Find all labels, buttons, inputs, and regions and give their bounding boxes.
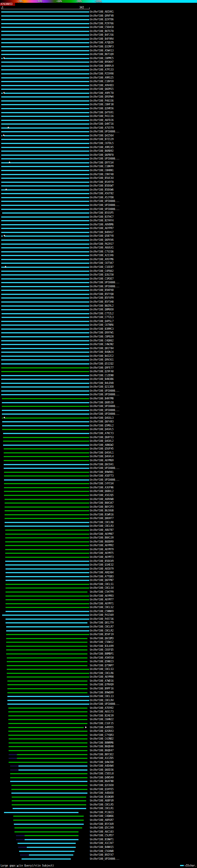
hit-label[interactable]: UniRef100_C5GHW8 <box>90 850 113 853</box>
hit-bar[interactable] <box>5 541 89 542</box>
hit-bar[interactable] <box>1 155 89 156</box>
hit-label[interactable]: UniRef100_Q6BSI8 <box>90 401 113 404</box>
hit-bar[interactable] <box>14 827 83 829</box>
hit-label[interactable]: UniRef100_C8CLS1 <box>90 583 113 586</box>
hit-label[interactable]: UniRef100_A7KCY3 <box>90 432 113 435</box>
hit-bar[interactable] <box>2 317 89 318</box>
hit-bar[interactable] <box>25 839 78 840</box>
hit-label[interactable]: UniRef100_Q4WJD0 <box>90 761 113 764</box>
hit-label[interactable]: UniRef100_Q51IQ2 <box>90 363 113 366</box>
hit-label[interactable]: UniRef100_Q4GVL1 <box>90 452 113 455</box>
hit-label[interactable]: UniRef100_C5DW12 <box>90 641 113 644</box>
hit-label[interactable]: UniRef100_B5DGW6 <box>90 188 113 191</box>
hit-bar[interactable] <box>1 244 89 245</box>
hit-bar[interactable] <box>5 545 89 546</box>
hit-label[interactable]: UniRef100_Q4GVL5 <box>90 428 113 431</box>
hit-label[interactable]: UniRef100_B0Y3E2 <box>90 753 113 756</box>
hit-label[interactable]: UniRef100_B5VF19 <box>90 633 113 636</box>
hit-bar[interactable] <box>1 127 89 129</box>
hit-label[interactable]: UniRef100_C6HN22 <box>90 718 113 721</box>
hit-bar[interactable] <box>9 750 88 751</box>
hit-label[interactable]: UniRef100_B2YHY4 <box>90 219 113 222</box>
hit-label[interactable]: UniRef100_Q2C6E0 <box>90 784 113 787</box>
hit-label[interactable]: UniRef100_P62917 <box>90 243 113 246</box>
hit-label[interactable]: UniRef100_B0Z9L2 <box>90 305 113 308</box>
hit-bar[interactable] <box>1 220 89 221</box>
hit-label[interactable]: UniRef100_B5F5H0 <box>90 301 113 304</box>
hit-bar[interactable] <box>4 483 89 484</box>
hit-bar[interactable] <box>7 657 88 659</box>
hit-label[interactable]: UniRef100_Q0UVF7 <box>90 517 113 520</box>
hit-bar[interactable] <box>1 232 89 233</box>
hit-bar[interactable] <box>1 58 3 59</box>
hit-bar[interactable] <box>5 611 89 612</box>
hit-bar[interactable] <box>1 178 89 179</box>
hit-bar[interactable] <box>1 193 89 194</box>
hit-bar[interactable] <box>18 847 27 848</box>
hit-bar[interactable] <box>5 576 89 577</box>
hit-label[interactable]: UniRef100_A6YM92 <box>90 544 113 547</box>
hit-bar[interactable] <box>1 96 89 98</box>
hit-bar[interactable] <box>9 746 88 747</box>
hit-bar[interactable] <box>6 642 88 643</box>
hit-bar[interactable] <box>5 553 89 554</box>
hit-label[interactable]: UniRef100_Q5N823 <box>90 660 113 663</box>
hit-bar[interactable] <box>1 123 89 125</box>
hit-label[interactable]: UniRef100_Q5CJX9 <box>90 827 113 830</box>
hit-bar[interactable] <box>1 16 89 17</box>
hit-bar[interactable] <box>1 27 89 28</box>
hit-bar[interactable] <box>5 537 89 538</box>
hit-bar[interactable] <box>1 201 89 202</box>
hit-bar[interactable] <box>1 100 89 102</box>
hit-bar[interactable] <box>7 692 88 693</box>
hit-label[interactable]: UniRef100_C0PQ28 <box>90 335 113 338</box>
hit-label[interactable]: UniRef100_B4F9R4 <box>90 37 113 41</box>
hit-label[interactable]: UniRef100_Q6BXL2 <box>90 490 113 493</box>
hit-label[interactable]: UniRef100_C5NNK9 <box>90 610 113 613</box>
hit-label[interactable]: UniRef100_C4Q862 <box>90 339 113 342</box>
hit-bar[interactable] <box>1 42 89 43</box>
hit-label[interactable]: UniRef100_B6DDR9 <box>90 540 113 544</box>
hit-bar[interactable] <box>1 321 89 322</box>
hit-bar[interactable] <box>5 607 89 608</box>
hit-label[interactable]: UniRef100_Q5B7Y8 <box>90 235 113 238</box>
hit-bar[interactable] <box>3 445 89 446</box>
hit-label[interactable]: UniRef100_C4PQ62 <box>90 270 113 273</box>
hit-bar[interactable] <box>1 329 89 330</box>
hit-label[interactable]: UniRef100_Q6CO41 <box>90 463 113 466</box>
hit-label[interactable]: UniRef100_A6YM98 <box>90 676 113 679</box>
hit-label[interactable]: UniRef100_C5D4C0 <box>90 26 113 29</box>
hit-label[interactable]: UniRef100_B5Y3U9 <box>90 823 113 826</box>
hit-bar[interactable] <box>8 719 88 720</box>
hit-bar[interactable] <box>8 711 88 713</box>
hit-bar[interactable] <box>4 464 89 465</box>
hit-label[interactable]: UniRef100_A6UGX1 <box>90 246 113 249</box>
hit-label[interactable]: UniRef100_P46336 <box>90 99 113 102</box>
hit-bar[interactable] <box>1 205 89 206</box>
hit-label[interactable]: UniRef100_B2AE39 <box>90 714 113 717</box>
hit-label[interactable]: UniRef100_A8PGR7 <box>90 819 113 822</box>
hit-bar[interactable] <box>1 271 89 272</box>
hit-bar[interactable] <box>5 530 89 531</box>
hit-bar[interactable] <box>1 278 89 280</box>
hit-bar[interactable] <box>1 386 89 388</box>
hit-bar[interactable] <box>6 649 88 651</box>
hit-label[interactable]: UniRef100_A6BFU9 <box>90 799 113 802</box>
hit-label[interactable]: UniRef100_C8CLR3 <box>90 525 113 528</box>
hit-bar[interactable] <box>19 851 74 852</box>
hit-label[interactable]: UniRef100_C8CL13 <box>90 695 113 698</box>
hit-bar[interactable] <box>4 472 89 473</box>
hit-label[interactable]: UniRef100_Q6PXV6 <box>90 239 113 242</box>
hit-bar[interactable] <box>1 259 89 260</box>
hit-label[interactable]: UniRef100_A7QDZ9 <box>90 41 113 44</box>
hit-label[interactable]: UniRef100_B6TGT0 <box>90 30 113 33</box>
hit-label[interactable]: UniRef100_UPI0000... <box>90 204 120 207</box>
hit-label[interactable]: UniRef100_A1CZD5 <box>90 757 113 760</box>
hit-label[interactable]: UniRef100_B1WR16 <box>90 513 113 516</box>
hit-label[interactable]: UniRef100_A9PCT0 <box>90 92 113 95</box>
hit-bar[interactable] <box>8 708 88 709</box>
hit-label[interactable]: UniRef100_C6T5K7 <box>90 262 113 265</box>
hit-label[interactable]: UniRef100_Q68YS3 <box>90 436 113 439</box>
hit-label[interactable]: UniRef100_Q29FA8 <box>90 370 113 373</box>
hit-bar[interactable] <box>4 236 89 237</box>
